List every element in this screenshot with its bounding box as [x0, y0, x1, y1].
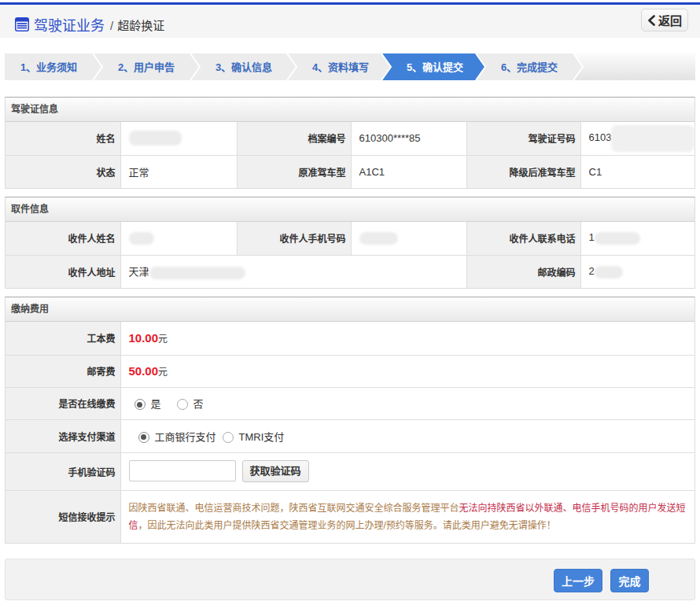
svg-text:4、资料填写: 4、资料填写	[312, 61, 369, 73]
svg-text:5、确认提交: 5、确认提交	[407, 61, 463, 73]
svg-text:6、完成提交: 6、完成提交	[501, 61, 558, 73]
svg-text:2、用户申告: 2、用户申告	[118, 61, 175, 73]
svg-text:1、业务须知: 1、业务须知	[20, 61, 77, 73]
svg-text:3、确认信息: 3、确认信息	[216, 61, 272, 73]
